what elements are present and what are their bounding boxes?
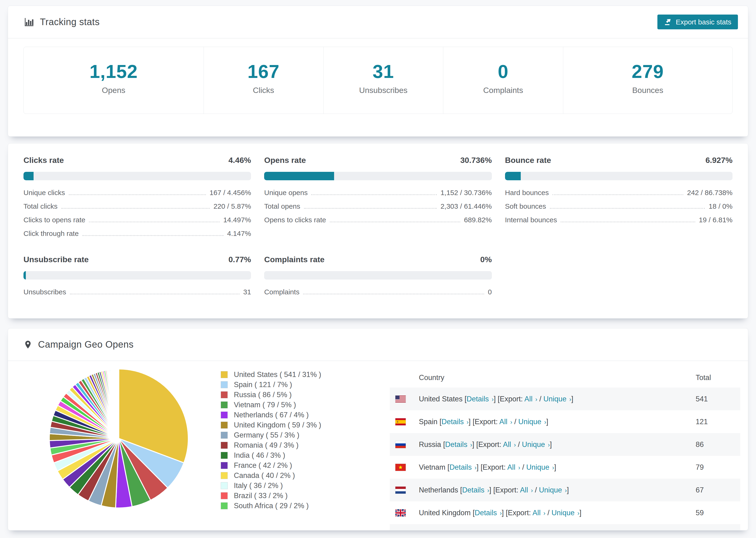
legend-color-swatch xyxy=(221,452,228,459)
rate-row-label: Complaints xyxy=(264,288,299,296)
dotted-leader xyxy=(89,222,219,222)
stat-value: 31 xyxy=(373,61,394,82)
details-link[interactable]: Details › xyxy=(462,486,489,494)
stat-value: 1,152 xyxy=(89,61,137,82)
export-label: Export: xyxy=(475,418,499,426)
country-cell: Spain [Details ›] [Export: All › / Uniqu… xyxy=(419,418,696,426)
gb-flag-icon xyxy=(395,510,406,516)
chevron-right-icon: › xyxy=(490,396,494,403)
export-unique-link[interactable]: Unique › xyxy=(522,440,550,449)
dotted-leader xyxy=(303,294,484,295)
rate-row-value: 2,303 / 61.446% xyxy=(441,202,492,210)
country-name: Russia xyxy=(419,440,441,449)
export-all-link[interactable]: All › xyxy=(507,463,520,471)
rate-value: 30.736% xyxy=(460,156,492,165)
rate-progress-track xyxy=(264,271,492,280)
legend-item-india: India ( 46 / 3% ) xyxy=(221,450,357,460)
stat-label: Opens xyxy=(102,86,125,95)
geo-opens-pie-chart xyxy=(46,366,191,511)
rate-row: Total opens2,303 / 61.446% xyxy=(264,199,492,213)
legend-item-spain: Spain ( 121 / 7% ) xyxy=(221,380,357,390)
rate-title: Opens rate xyxy=(264,156,306,165)
rate-header: Complaints rate0% xyxy=(264,255,492,264)
export-all-link[interactable]: All › xyxy=(499,418,512,426)
legend-item-united-kingdom: United Kingdom ( 59 / 3% ) xyxy=(221,420,357,430)
export-all-link[interactable]: All › xyxy=(524,395,537,403)
country-total: 67 xyxy=(696,486,740,494)
export-button-label: Export basic stats xyxy=(676,18,731,26)
legend-item-france: France ( 42 / 2% ) xyxy=(221,460,357,470)
rate-title: Complaints rate xyxy=(264,255,324,264)
stat-value: 167 xyxy=(247,61,279,82)
rate-section-complaints-rate: Complaints rate0%Complaints0 xyxy=(264,255,492,299)
rate-rows: Unsubscribes31 xyxy=(24,285,251,299)
details-link[interactable]: Details › xyxy=(466,395,494,403)
bar-chart-icon xyxy=(24,17,34,27)
stat-value: 0 xyxy=(498,61,509,82)
country-cell: Vietnam [Details ›] [Export: All › / Uni… xyxy=(419,463,696,471)
details-link[interactable]: Details › xyxy=(442,418,469,426)
export-all-link[interactable]: All › xyxy=(520,486,533,494)
rate-row-label: Click through rate xyxy=(24,230,79,238)
details-link[interactable]: Details › xyxy=(445,440,472,449)
rate-rows: Hard bounces242 / 86.738%Soft bounces18 … xyxy=(505,186,732,227)
rate-row-label: Opens to clicks rate xyxy=(264,216,326,224)
rate-row-label: Internal bounces xyxy=(505,216,557,224)
legend-item-netherlands: Netherlands ( 67 / 4% ) xyxy=(221,410,357,420)
details-link[interactable]: Details › xyxy=(475,509,502,517)
chevron-right-icon: › xyxy=(469,442,472,448)
rate-row: Hard bounces242 / 86.738% xyxy=(505,186,732,199)
export-unique-link[interactable]: Unique › xyxy=(539,486,567,494)
rate-progress-fill xyxy=(264,172,334,180)
export-all-link[interactable]: All › xyxy=(503,440,516,449)
dotted-leader xyxy=(61,208,210,209)
dotted-leader xyxy=(70,294,240,295)
export-basic-stats-button[interactable]: Export basic stats xyxy=(657,15,738,29)
legend-label: United Kingdom ( 59 / 3% ) xyxy=(234,421,321,429)
country-cell: United Kingdom [Details ›] [Export: All … xyxy=(419,509,696,517)
export-all-link[interactable]: All › xyxy=(532,509,545,517)
table-row-de: Germany [Details ›] [Export: All › / Uni… xyxy=(390,524,740,530)
rate-row: Unsubscribes31 xyxy=(24,285,251,299)
rate-row-value: 31 xyxy=(243,288,251,296)
rate-row-value: 242 / 86.738% xyxy=(687,189,732,197)
export-icon xyxy=(664,18,672,26)
rate-header: Opens rate30.736% xyxy=(264,156,492,165)
rate-section-unsubscribe-rate: Unsubscribe rate0.77%Unsubscribes31 xyxy=(24,255,251,299)
stat-value: 279 xyxy=(632,61,664,82)
legend-label: Vietnam ( 79 / 5% ) xyxy=(234,401,296,409)
rate-progress-track xyxy=(24,172,251,180)
export-unique-link[interactable]: Unique › xyxy=(552,509,579,517)
stat-label: Complaints xyxy=(483,86,523,95)
rate-row-label: Unique opens xyxy=(264,189,307,197)
rate-value: 0.77% xyxy=(229,255,251,264)
stats-summary-row: 1,152Opens167Clicks31Unsubscribes0Compla… xyxy=(24,47,732,114)
rates-panel: Clicks rate4.46%Unique clicks167 / 4.456… xyxy=(8,143,748,319)
chevron-right-icon: › xyxy=(563,487,567,494)
rate-row-label: Soft bounces xyxy=(505,202,546,210)
chevron-right-icon: › xyxy=(486,487,489,494)
table-body: United States [Details ›] [Export: All ›… xyxy=(390,388,740,530)
country-cell: Russia [Details ›] [Export: All › / Uniq… xyxy=(419,440,696,449)
rate-row-label: Unsubscribes xyxy=(24,288,66,296)
table-row-nl: Netherlands [Details ›] [Export: All › /… xyxy=(390,479,740,501)
country-total: 59 xyxy=(696,509,740,517)
nl-flag-icon xyxy=(395,487,406,494)
chevron-right-icon: › xyxy=(516,464,520,471)
legend-color-swatch xyxy=(221,462,228,469)
details-link[interactable]: Details › xyxy=(449,463,476,471)
legend-item-united-states: United States ( 541 / 31% ) xyxy=(221,369,357,380)
rate-row: Clicks to opens rate14.497% xyxy=(24,213,251,227)
legend-label: Netherlands ( 67 / 4% ) xyxy=(234,411,309,419)
export-unique-link[interactable]: Unique › xyxy=(526,463,554,471)
rate-progress-fill xyxy=(24,172,33,180)
chevron-right-icon: › xyxy=(568,396,571,403)
chevron-right-icon: › xyxy=(498,510,502,516)
export-unique-link[interactable]: Unique › xyxy=(518,418,546,426)
legend-item-vietnam: Vietnam ( 79 / 5% ) xyxy=(221,400,357,410)
chevron-right-icon: › xyxy=(512,442,516,448)
legend-color-swatch xyxy=(221,482,228,489)
export-unique-link[interactable]: Unique › xyxy=(543,395,571,403)
rate-progress-track xyxy=(505,172,732,180)
legend-color-swatch xyxy=(221,492,228,499)
